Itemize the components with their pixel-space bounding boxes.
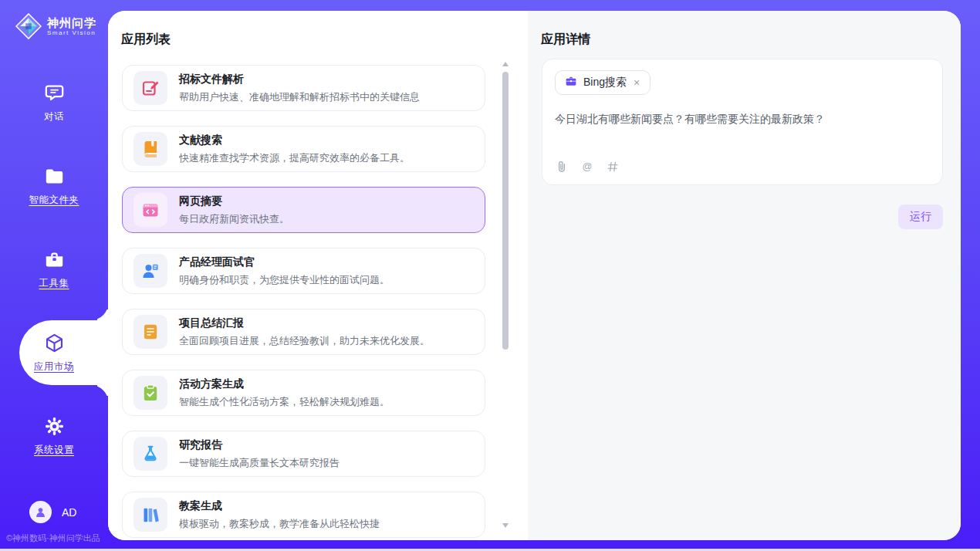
- copyright-text: ©神州数码·神州问学出品: [6, 532, 100, 544]
- app-card-title: 网页摘要: [179, 194, 289, 208]
- scrollbar-thumb[interactable]: [502, 72, 509, 350]
- app-card-description: 明确身份和职责，为您提供专业性的面试问题。: [179, 273, 390, 287]
- tool-tag-label: Bing搜索: [583, 76, 627, 90]
- briefcase-icon: [565, 75, 577, 90]
- user-initials: AD: [62, 506, 76, 519]
- app-card-title: 产品经理面试官: [179, 255, 390, 269]
- app-card[interactable]: 文献搜索 快速精准查找学术资源，提高研究效率的必备工具。: [122, 126, 485, 172]
- app-card-title: 教案生成: [179, 499, 380, 513]
- toolbox-icon: [44, 249, 65, 270]
- tab-notch-top: [91, 303, 108, 320]
- avatar[interactable]: [29, 501, 52, 523]
- app-list-title: 应用列表: [108, 11, 528, 48]
- scroll-down-arrow-icon[interactable]: [502, 523, 509, 528]
- sidebar-nav: 对话 智能文件夹 工具集 应用市场 系统设置: [0, 61, 108, 478]
- at-icon[interactable]: @: [580, 160, 594, 174]
- app-card-description: 智能生成个性化活动方案，轻松解决规划难题。: [179, 395, 390, 409]
- app-detail-panel: 应用详情 Bing搜索 × 今日湖北有哪些新闻要点？有哪些需要关注的最新政策？ …: [528, 11, 961, 540]
- app-list: 招标文件解析 帮助用户快速、准确地理解和解析招标书中的关键信息 文献搜索 快速精…: [122, 59, 485, 540]
- book-icon: [133, 132, 167, 166]
- sidebar-item-label: 对话: [44, 110, 64, 123]
- query-text[interactable]: 今日湖北有哪些新闻要点？有哪些需要关注的最新政策？: [555, 113, 930, 127]
- diamond-logo-icon: [15, 13, 42, 39]
- sidebar-item-folder[interactable]: 智能文件夹: [0, 144, 108, 228]
- app-card-description: 每日政府新闻资讯快查。: [179, 212, 289, 226]
- app-card[interactable]: 招标文件解析 帮助用户快速、准确地理解和解析招标书中的关键信息: [122, 65, 485, 111]
- sidebar-item-gear[interactable]: 系统设置: [0, 394, 108, 478]
- app-card-description: 一键智能生成高质量长文本研究报告: [179, 456, 340, 470]
- close-icon[interactable]: ×: [633, 77, 640, 88]
- app-card[interactable]: 研究报告 一键智能生成高质量长文本研究报告: [122, 431, 485, 477]
- sidebar-item-toolbox[interactable]: 工具集: [0, 228, 108, 311]
- app-detail-title: 应用详情: [528, 11, 961, 48]
- books-icon: [133, 498, 167, 532]
- app-list-panel: 应用列表 招标文件解析 帮助用户快速、准确地理解和解析招标书中的关键信息 文献搜…: [108, 11, 528, 540]
- cube-icon: [44, 333, 65, 353]
- interviewer-icon: [133, 254, 167, 288]
- app-card[interactable]: 产品经理面试官 明确身份和职责，为您提供专业性的面试问题。: [122, 248, 485, 294]
- app-card-title: 活动方案生成: [179, 377, 390, 391]
- svg-text:@: @: [583, 161, 593, 172]
- scrollbar[interactable]: [502, 62, 509, 528]
- paperclip-icon[interactable]: [555, 160, 569, 174]
- query-input-card[interactable]: Bing搜索 × 今日湖北有哪些新闻要点？有哪些需要关注的最新政策？ @: [542, 59, 943, 185]
- folder-icon: [44, 166, 65, 187]
- sidebar-item-chat[interactable]: 对话: [0, 61, 108, 144]
- user-account[interactable]: AD: [29, 501, 76, 523]
- app-card-description: 全面回顾项目进展，总结经验教训，助力未来优化发展。: [179, 334, 430, 348]
- app-card[interactable]: 项目总结汇报 全面回顾项目进展，总结经验教训，助力未来优化发展。: [122, 309, 485, 355]
- app-card-description: 快速精准查找学术资源，提高研究效率的必备工具。: [179, 151, 410, 165]
- app-card-title: 研究报告: [179, 438, 340, 452]
- content-panel: 应用列表 招标文件解析 帮助用户快速、准确地理解和解析招标书中的关键信息 文献搜…: [108, 11, 961, 540]
- gear-icon: [44, 416, 65, 437]
- tool-tag-bing-search[interactable]: Bing搜索 ×: [555, 70, 651, 95]
- tab-notch-bottom: [91, 385, 108, 402]
- browser-code-icon: [133, 193, 167, 227]
- memo-icon: [133, 315, 167, 349]
- document-edit-icon: [133, 71, 167, 105]
- app-card[interactable]: 活动方案生成 智能生成个性化活动方案，轻松解决规划难题。: [122, 370, 485, 416]
- sidebar: 神州问学 Smart Vision 对话 智能文件夹 工具集 应用市场 系统设置: [0, 0, 108, 551]
- app-card-title: 文献搜索: [179, 134, 410, 147]
- hash-icon[interactable]: [606, 160, 620, 174]
- clipboard-check-icon: [133, 376, 167, 410]
- scroll-up-arrow-icon[interactable]: [502, 62, 509, 66]
- chat-icon: [44, 83, 65, 103]
- brand-name: 神州问学: [47, 16, 96, 29]
- input-toolbar: @: [555, 160, 930, 174]
- sidebar-item-label: 系统设置: [34, 444, 74, 457]
- app-card[interactable]: 教案生成 模板驱动，教案秒成，教学准备从此轻松快捷: [122, 492, 485, 538]
- app-card-description: 模板驱动，教案秒成，教学准备从此轻松快捷: [179, 517, 380, 531]
- app-card-title: 招标文件解析: [179, 73, 420, 86]
- app-card-title: 项目总结汇报: [179, 316, 430, 330]
- brand: 神州问学 Smart Vision: [0, 0, 108, 39]
- sidebar-item-cube[interactable]: 应用市场: [0, 311, 108, 394]
- brand-subtitle: Smart Vision: [47, 29, 96, 36]
- research-icon: [133, 437, 167, 471]
- run-button[interactable]: 运行: [898, 205, 943, 229]
- sidebar-item-label: 应用市场: [34, 360, 74, 374]
- sidebar-item-label: 智能文件夹: [29, 194, 79, 207]
- app-card[interactable]: 网页摘要 每日政府新闻资讯快查。: [122, 187, 485, 233]
- sidebar-item-label: 工具集: [39, 277, 69, 290]
- app-card-description: 帮助用户快速、准确地理解和解析招标书中的关键信息: [179, 90, 420, 104]
